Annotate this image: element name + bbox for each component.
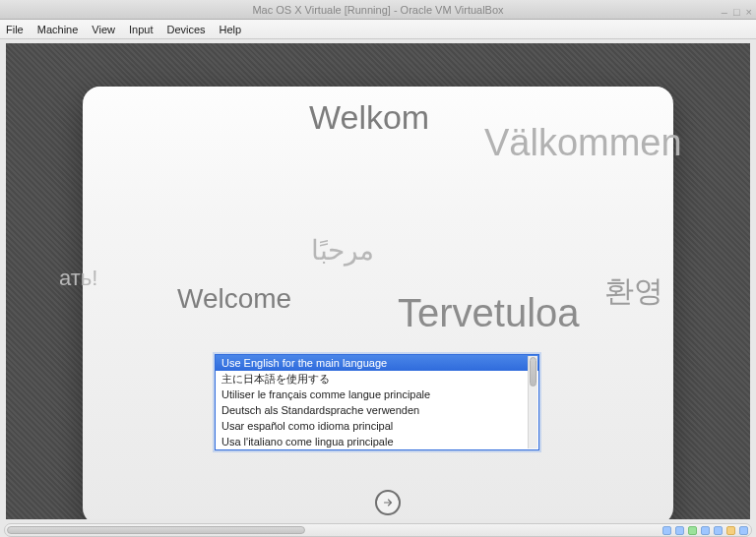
welcome-word: Welcome	[177, 283, 291, 315]
listbox-scrollbar[interactable]	[528, 356, 537, 448]
menubar: File Machine View Input Devices Help	[0, 20, 756, 39]
menu-input[interactable]: Input	[129, 24, 153, 35]
arrow-right-circle-icon	[382, 497, 394, 508]
minimize-icon[interactable]: –	[722, 2, 727, 22]
vm-status-icons	[662, 523, 748, 537]
language-option[interactable]: Usa l'italiano come lingua principale	[216, 434, 538, 449]
status-usb-icon[interactable]	[701, 526, 710, 535]
language-option[interactable]: Use English for the main language	[216, 355, 538, 371]
status-net-icon[interactable]	[688, 526, 697, 535]
language-listbox[interactable]: Use English for the main language主に日本語を使…	[215, 354, 539, 450]
continue-button[interactable]	[375, 490, 401, 515]
welcome-word: ать!	[59, 266, 97, 291]
language-option[interactable]: Utiliser le français comme langue princi…	[216, 387, 538, 402]
status-hdd-icon[interactable]	[662, 526, 671, 535]
language-option[interactable]: Usar español como idioma principal	[216, 418, 538, 434]
scrollbar-thumb[interactable]	[7, 526, 305, 534]
status-shared-icon[interactable]	[714, 526, 723, 535]
welcome-panel: Welkom Välkommen مرحبًا ать! Welcome Ter…	[83, 87, 673, 519]
menu-machine[interactable]: Machine	[37, 24, 79, 35]
menu-help[interactable]: Help	[220, 24, 242, 35]
horizontal-scrollbar[interactable]	[4, 523, 752, 537]
window-title: Mac OS X Virtuale [Running] - Oracle VM …	[252, 4, 503, 16]
welcome-word: مرحبًا	[311, 234, 374, 267]
scrollbar-thumb[interactable]	[530, 357, 536, 387]
guest-screen[interactable]: Welkom Välkommen مرحبًا ать! Welcome Ter…	[6, 43, 750, 519]
maximize-icon[interactable]: □	[733, 2, 740, 22]
close-icon[interactable]: ×	[746, 2, 752, 22]
menu-file[interactable]: File	[6, 24, 24, 35]
welcome-word: Välkommen	[484, 122, 682, 164]
language-option[interactable]: Deutsch als Standardsprache verwenden	[216, 402, 538, 418]
welcome-word: Tervetuloa	[398, 291, 580, 335]
menu-view[interactable]: View	[92, 24, 115, 35]
vm-display-area: Welkom Välkommen مرحبًا ать! Welcome Ter…	[0, 39, 756, 537]
welcome-word: Welkom	[309, 98, 429, 137]
welcome-word: 환영	[604, 271, 663, 312]
status-display-icon[interactable]	[726, 526, 735, 535]
status-cd-icon[interactable]	[675, 526, 684, 535]
language-option[interactable]: Usar português do Brasil como idioma pri…	[216, 449, 538, 450]
window-titlebar: Mac OS X Virtuale [Running] - Oracle VM …	[0, 0, 756, 20]
menu-devices[interactable]: Devices	[166, 24, 205, 35]
status-record-icon[interactable]	[739, 526, 748, 535]
language-option[interactable]: 主に日本語を使用する	[216, 371, 538, 387]
